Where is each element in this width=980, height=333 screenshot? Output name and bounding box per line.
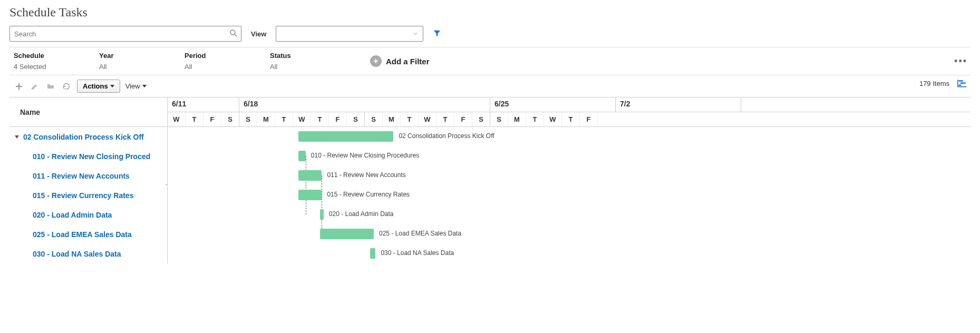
filter-value: All xyxy=(99,63,185,71)
task-row[interactable]: 011 - Review New Accounts xyxy=(9,166,167,185)
edit-icon[interactable] xyxy=(30,81,40,92)
task-label: 020 - Load Admin Data xyxy=(33,211,112,219)
gantt-bar[interactable] xyxy=(298,151,306,161)
search-input[interactable] xyxy=(9,26,241,42)
gantt-bar-label: 011 - Review New Accounts xyxy=(327,171,405,179)
more-icon[interactable]: ••• xyxy=(954,56,967,67)
filter-schedule[interactable]: Schedule 4 Selected xyxy=(14,52,99,71)
caret-down-icon xyxy=(110,85,114,87)
svg-rect-6 xyxy=(958,80,963,82)
task-label: 030 - Load NA Sales Data xyxy=(33,250,121,258)
refresh-icon[interactable] xyxy=(61,81,72,92)
week-header: 6/25 xyxy=(490,97,616,112)
folder-icon[interactable] xyxy=(45,81,56,92)
filter-value: 4 Selected xyxy=(14,63,99,71)
day-header: W xyxy=(168,112,186,126)
week-header: 7/2 xyxy=(616,97,741,112)
gantt-bar-label: 02 Consolidation Process Kick Off xyxy=(399,132,494,140)
task-label: 015 - Review Currency Rates xyxy=(33,191,133,200)
gantt-bar-label: 025 - Load EMEA Sales Data xyxy=(379,230,461,237)
gantt-chart[interactable]: 02 Consolidation Process Kick Off010 - R… xyxy=(168,127,971,263)
day-header: M xyxy=(257,112,275,126)
day-header: T xyxy=(186,112,203,126)
chevron-down-icon xyxy=(412,31,419,38)
gantt-bar[interactable] xyxy=(298,131,393,142)
plus-circle-icon: + xyxy=(370,55,382,67)
gantt-row: 030 - Load NA Sales Data xyxy=(168,244,971,263)
task-tree: 02 Consolidation Process Kick Off010 - R… xyxy=(9,127,167,263)
task-row[interactable]: 02 Consolidation Process Kick Off xyxy=(9,127,167,146)
filter-header: Schedule xyxy=(14,52,99,60)
add-filter-label: Add a Filter xyxy=(386,57,430,66)
view-label: View xyxy=(251,30,266,38)
gantt-row: 02 Consolidation Process Kick Off xyxy=(168,127,971,146)
filter-period[interactable]: Period All xyxy=(185,52,270,71)
gantt-row: 020 - Load Admin Data xyxy=(168,205,971,224)
svg-line-1 xyxy=(235,34,237,36)
item-count: 179 Items xyxy=(919,80,949,87)
filter-icon[interactable] xyxy=(433,29,441,39)
view-menu-label: View xyxy=(125,82,140,90)
day-header: T xyxy=(436,112,454,126)
filter-header: Status xyxy=(270,52,355,60)
name-column-header: Name xyxy=(9,97,167,127)
task-label: 02 Consolidation Process Kick Off xyxy=(23,133,144,141)
gantt-bar[interactable] xyxy=(320,209,324,220)
day-header: T xyxy=(275,112,293,126)
gantt-bar[interactable] xyxy=(298,190,322,200)
search-icon[interactable] xyxy=(229,28,238,40)
expand-icon[interactable] xyxy=(15,135,19,139)
task-row[interactable]: 015 - Review Currency Rates xyxy=(9,185,167,205)
view-select[interactable] xyxy=(276,26,423,42)
gantt-view-icon[interactable] xyxy=(957,79,967,88)
task-row[interactable]: 030 - Load NA Sales Data xyxy=(9,244,167,263)
task-row[interactable]: 025 - Load EMEA Sales Data xyxy=(9,224,167,244)
day-header: T xyxy=(401,112,419,126)
task-label: 010 - Review New Closing Proced xyxy=(33,152,150,161)
filter-status[interactable]: Status All xyxy=(270,52,355,71)
day-header: T xyxy=(562,112,580,126)
add-filter-button[interactable]: + Add a Filter xyxy=(370,55,430,67)
filter-value: All xyxy=(185,63,270,71)
gantt-bar[interactable] xyxy=(370,248,375,259)
day-header: F xyxy=(329,112,347,126)
gantt-bar-label: 030 - Load NA Sales Data xyxy=(381,249,454,257)
gantt-bar[interactable] xyxy=(298,170,322,181)
day-header: M xyxy=(508,112,526,126)
day-header: S xyxy=(221,112,239,126)
filter-header: Period xyxy=(185,52,270,60)
day-header: S xyxy=(347,112,365,126)
day-header: S xyxy=(365,112,383,126)
svg-point-0 xyxy=(230,30,235,35)
actions-button[interactable]: Actions xyxy=(77,80,120,93)
day-header: W xyxy=(419,112,436,126)
task-row[interactable]: 010 - Review New Closing Proced xyxy=(9,146,167,166)
page-title: Schedule Tasks xyxy=(9,5,971,19)
day-header: M xyxy=(383,112,401,126)
day-header: W xyxy=(293,112,311,126)
day-header: F xyxy=(580,112,598,126)
filter-year[interactable]: Year All xyxy=(99,52,185,71)
task-label: 011 - Review New Accounts xyxy=(33,172,130,180)
add-icon[interactable] xyxy=(14,81,24,92)
gantt-row: 015 - Review Currency Rates xyxy=(168,185,971,205)
svg-rect-7 xyxy=(960,82,966,84)
task-row[interactable]: 020 - Load Admin Data xyxy=(9,205,167,224)
view-menu[interactable]: View xyxy=(125,82,147,90)
filter-header: Year xyxy=(99,52,185,60)
day-header: F xyxy=(454,112,472,126)
filters-row: Schedule 4 Selected Year All Period All … xyxy=(9,47,971,75)
week-header: 6/18 xyxy=(239,97,490,112)
filter-value: All xyxy=(270,63,355,71)
gantt-bar[interactable] xyxy=(320,229,374,239)
gantt-row: 010 - Review New Closing Procedures xyxy=(168,146,971,166)
gantt-bar-label: 015 - Review Currency Rates xyxy=(327,191,410,198)
day-header: T xyxy=(526,112,544,126)
day-header: S xyxy=(239,112,257,126)
gantt-bar-label: 020 - Load Admin Data xyxy=(329,210,394,218)
day-header: F xyxy=(203,112,221,126)
gantt-row: 025 - Load EMEA Sales Data xyxy=(168,224,971,244)
gantt-bar-label: 010 - Review New Closing Procedures xyxy=(311,152,419,159)
day-header: W xyxy=(544,112,562,126)
day-header: S xyxy=(472,112,490,126)
